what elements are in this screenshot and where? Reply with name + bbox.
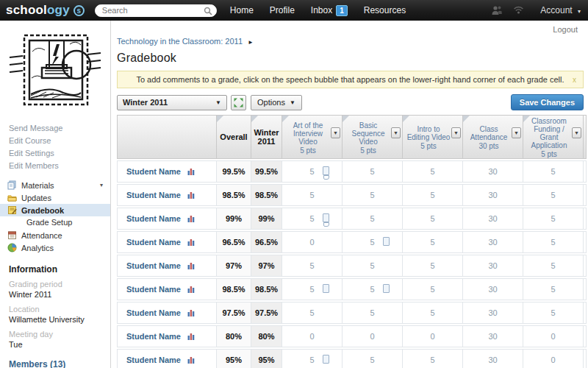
grade-cell[interactable]: 5	[523, 160, 584, 183]
grade-cell[interactable]: 0	[523, 349, 584, 368]
grade-cell[interactable]: 5	[343, 184, 403, 206]
assignment-menu-button[interactable]: ▼	[451, 127, 461, 138]
student-name-link[interactable]: Student Name	[126, 308, 181, 317]
sidebar-item-grade-setup[interactable]: Grade Setup	[0, 216, 110, 229]
comment-note-icon[interactable]	[383, 284, 390, 293]
grade-cell[interactable]: 5	[403, 302, 463, 324]
notice-close-icon[interactable]: x	[573, 76, 576, 84]
assignment-menu-button[interactable]: ▼	[391, 127, 401, 138]
nav-profile[interactable]: Profile	[270, 5, 295, 15]
nav-home[interactable]: Home	[230, 5, 254, 15]
grade-cell[interactable]: 30	[463, 325, 523, 347]
edit-members-link[interactable]: Edit Members	[9, 160, 110, 172]
grade-cell[interactable]: 5	[403, 255, 463, 277]
grade-cell[interactable]: 5	[523, 231, 584, 253]
grade-cell[interactable]: 30	[463, 278, 523, 300]
materials-collapse-icon[interactable]: ▾	[100, 182, 103, 188]
options-button[interactable]: Options ▼	[251, 95, 302, 110]
grade-cell[interactable]: 5	[343, 231, 403, 253]
assignment-link[interactable]: Class Attendance	[465, 125, 512, 141]
assignment-menu-button[interactable]: ▼	[512, 127, 521, 138]
grade-cell[interactable]: 5	[523, 278, 584, 300]
grade-cell[interactable]: 5	[403, 349, 463, 368]
grade-cell[interactable]: 0	[343, 325, 403, 347]
grade-cell[interactable]: 5	[403, 184, 463, 206]
grade-cell[interactable]: 5	[343, 255, 403, 277]
search-icon[interactable]	[204, 7, 212, 15]
student-name-link[interactable]: Student Name	[126, 261, 181, 270]
student-stats-icon[interactable]	[187, 262, 195, 269]
student-name-link[interactable]: Student Name	[126, 167, 181, 176]
grade-cell[interactable]: 5	[523, 255, 584, 277]
grade-cell[interactable]: 30	[463, 255, 523, 277]
student-name-link[interactable]: Student Name	[126, 191, 181, 199]
grade-cell[interactable]: 5	[282, 184, 343, 206]
student-stats-icon[interactable]	[187, 238, 195, 246]
grade-cell[interactable]: 5	[282, 349, 343, 368]
assignment-link[interactable]: Basic Sequence Video	[345, 121, 392, 146]
save-changes-button[interactable]: Save Changes	[511, 94, 584, 110]
student-stats-icon[interactable]	[187, 168, 195, 175]
expand-grid-button[interactable]	[231, 95, 246, 110]
broadcast-icon[interactable]	[513, 5, 524, 15]
assignment-link[interactable]: Art of the Interview Video	[284, 121, 331, 146]
student-name-link[interactable]: Student Name	[126, 214, 181, 223]
nav-resources[interactable]: Resources	[364, 5, 406, 15]
grade-cell[interactable]: 5	[523, 184, 584, 206]
grade-cell[interactable]: 5	[343, 278, 403, 300]
grade-cell[interactable]: 5	[343, 208, 403, 230]
sidebar-item-attendance[interactable]: Attendance	[0, 229, 110, 241]
grade-cell[interactable]: 5	[282, 208, 343, 230]
comment-note-icon[interactable]	[383, 237, 390, 246]
assignment-link[interactable]: Classroom Funding / Grant Application	[526, 117, 573, 149]
schoology-logo[interactable]: schoology s	[6, 3, 85, 18]
grade-cell[interactable]: 5	[343, 349, 403, 368]
student-stats-icon[interactable]	[187, 191, 195, 199]
edit-settings-link[interactable]: Edit Settings	[9, 147, 110, 160]
search-input[interactable]	[95, 4, 217, 17]
members-heading[interactable]: Members (13)	[0, 359, 110, 368]
grade-cell[interactable]: 5	[403, 160, 463, 183]
grade-cell[interactable]: 30	[463, 349, 523, 368]
assignment-menu-button[interactable]: ▼	[331, 127, 340, 138]
grade-cell[interactable]: 5	[282, 278, 343, 300]
sidebar-item-materials[interactable]: Materials ▾	[0, 179, 110, 191]
course-breadcrumb-link[interactable]: Technology in the Classroom: 2011	[117, 37, 243, 46]
logout-link[interactable]: Logout	[553, 25, 578, 34]
grade-cell[interactable]: 5	[523, 208, 584, 230]
grade-cell[interactable]: 5	[403, 231, 463, 253]
grade-cell[interactable]: 30	[463, 208, 523, 230]
student-stats-icon[interactable]	[187, 333, 195, 340]
grading-period-select[interactable]: Winter 2011 ▼	[117, 95, 227, 110]
student-stats-icon[interactable]	[187, 215, 195, 222]
student-stats-icon[interactable]	[187, 286, 195, 293]
student-name-link[interactable]: Student Name	[126, 285, 181, 294]
account-menu[interactable]: Account ▾	[540, 5, 581, 15]
grade-cell[interactable]: 0	[523, 325, 584, 347]
grade-cell[interactable]: 30	[463, 160, 523, 183]
send-message-link[interactable]: Send Message	[9, 122, 110, 135]
sidebar-item-analytics[interactable]: Analytics	[0, 241, 110, 254]
comment-note-icon[interactable]	[323, 213, 329, 222]
student-name-link[interactable]: Student Name	[126, 332, 181, 341]
grade-cell[interactable]: 5	[343, 160, 403, 183]
nav-inbox[interactable]: Inbox1	[311, 5, 348, 16]
grade-cell[interactable]: 30	[463, 184, 523, 206]
sidebar-item-updates[interactable]: Updates	[0, 191, 110, 204]
grade-cell[interactable]: 0	[282, 325, 343, 347]
people-icon[interactable]	[491, 5, 503, 15]
grade-cell[interactable]: 5	[403, 278, 463, 300]
grade-cell[interactable]: 5	[282, 255, 343, 277]
comment-note-icon[interactable]	[323, 166, 329, 175]
comment-note-icon[interactable]	[323, 284, 329, 293]
sidebar-item-gradebook[interactable]: Gradebook	[0, 204, 110, 216]
grade-cell[interactable]: 5	[282, 302, 343, 324]
comment-note-icon[interactable]	[323, 355, 329, 364]
student-name-link[interactable]: Student Name	[126, 355, 181, 364]
grade-cell[interactable]: 5	[343, 302, 403, 324]
grade-cell[interactable]: 30	[463, 302, 523, 324]
student-name-link[interactable]: Student Name	[126, 238, 181, 247]
student-stats-icon[interactable]	[187, 356, 195, 364]
student-stats-icon[interactable]	[187, 309, 195, 316]
assignment-link[interactable]: Intro to Editing Video	[405, 125, 452, 141]
